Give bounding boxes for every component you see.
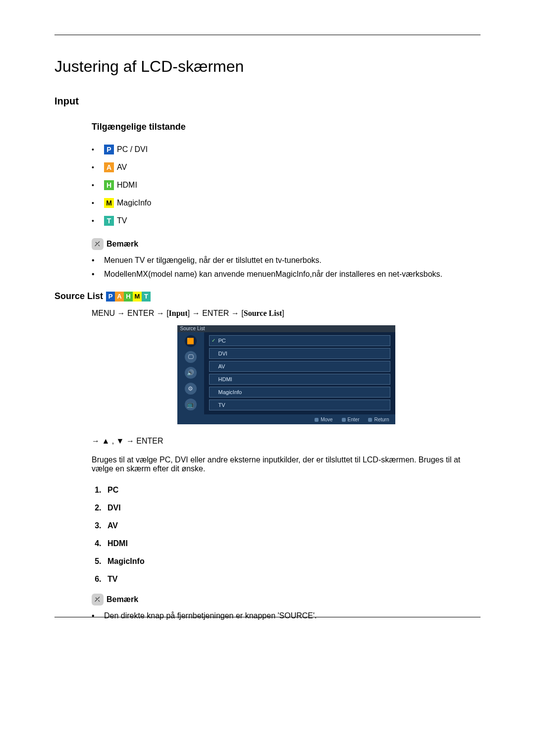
mode-badge-h-icon: H (104, 180, 114, 190)
note-item: • Den direkte knap på fjernbetjeningen e… (92, 611, 481, 620)
note-label: Bemærk (107, 240, 138, 249)
note-heading-2: Bemærk (92, 594, 481, 605)
mode-badge-a-icon: A (104, 162, 114, 172)
notes-list-2: • Den direkte knap på fjernbetjeningen e… (92, 611, 481, 620)
osd-items: PC DVI AV HDMI MagicInfo TV (204, 332, 395, 414)
mode-label: HDMI (117, 181, 137, 190)
osd-left-icons: 🟧 🖵 🔊 ⚙ 📺 (177, 332, 204, 414)
menu-path: MENU → ENTER → [Input] → ENTER → [Source… (92, 309, 481, 318)
osd-footer-enter: Enter (342, 417, 360, 422)
modes-list: • P PC / DVI • A AV • H HDMI • M MagicIn… (92, 145, 481, 226)
source-list-label: Source List (54, 291, 103, 302)
osd-category-icon: 🟧 (185, 335, 197, 347)
osd-item: HDMI (209, 374, 390, 385)
numbered-source-list: PC DVI AV HDMI MagicInfo TV (92, 486, 481, 584)
mode-label: AV (117, 163, 127, 172)
modes-heading: Tilgængelige tilstande (92, 122, 481, 132)
osd-footer: Move Enter Return (177, 414, 395, 424)
osd-menu: Source List 🟧 🖵 🔊 ⚙ 📺 PC DVI AV HDMI Mag… (177, 325, 395, 424)
badge-t-icon: T (142, 292, 151, 302)
section-input-heading: Input (54, 96, 481, 107)
mode-label: MagicInfo (117, 199, 151, 207)
mode-badge-t-icon: T (104, 216, 114, 226)
mode-item: • P PC / DVI (92, 145, 481, 154)
note-text: Menuen TV er tilgængelig, når der er til… (104, 256, 481, 265)
list-item: PC (104, 486, 481, 495)
note-item: • ModellenMX(model name) kan anvende men… (92, 270, 481, 279)
note-label: Bemærk (107, 595, 138, 604)
osd-footer-return: Return (368, 417, 389, 422)
osd-category-icon: 📺 (185, 399, 197, 410)
note-icon (92, 594, 104, 605)
notes-list-1: • Menuen TV er tilgængelig, når der er t… (92, 256, 481, 279)
list-item: TV (104, 575, 481, 584)
description-paragraph: Bruges til at vælge PC, DVI eller andre … (92, 455, 481, 473)
nav-keys: → ▲ , ▼ → ENTER (92, 437, 481, 446)
mode-label: TV (117, 216, 127, 225)
list-item: AV (104, 521, 481, 530)
osd-item: DVI (209, 348, 390, 359)
note-text: Den direkte knap på fjernbetjeningen er … (104, 611, 481, 620)
badge-a-icon: A (115, 292, 124, 302)
osd-item: PC (209, 335, 390, 346)
osd-item: MagicInfo (209, 387, 390, 398)
note-item: • Menuen TV er tilgængelig, når der er t… (92, 256, 481, 265)
top-rule (54, 35, 481, 35)
osd-category-icon: 🔊 (185, 367, 197, 379)
badge-h-icon: H (124, 292, 133, 302)
osd-footer-move: Move (315, 417, 332, 422)
osd-category-icon: 🖵 (185, 351, 197, 363)
list-item: MagicInfo (104, 557, 481, 566)
badge-m-icon: M (133, 292, 142, 302)
mode-item: • H HDMI (92, 180, 481, 190)
page-title: Justering af LCD-skærmen (54, 57, 481, 76)
note-text: ModellenMX(model name) kan anvende menue… (104, 270, 481, 279)
osd-item: AV (209, 361, 390, 372)
mode-badge-p-icon: P (104, 145, 114, 154)
osd-title: Source List (177, 325, 395, 332)
note-heading: Bemærk (92, 238, 481, 250)
note-icon (92, 238, 104, 250)
mode-label: PC / DVI (117, 145, 148, 154)
mode-item: • T TV (92, 216, 481, 226)
mode-badge-m-icon: M (104, 198, 114, 208)
osd-category-icon: ⚙ (185, 383, 197, 395)
source-list-heading: Source List P A H M T (54, 291, 481, 302)
osd-item: TV (209, 400, 390, 410)
bottom-rule (54, 617, 481, 617)
list-item: DVI (104, 504, 481, 512)
mode-item: • M MagicInfo (92, 198, 481, 208)
badge-strip: P A H M T (106, 292, 151, 302)
list-item: HDMI (104, 539, 481, 548)
badge-p-icon: P (106, 292, 115, 302)
mode-item: • A AV (92, 162, 481, 172)
